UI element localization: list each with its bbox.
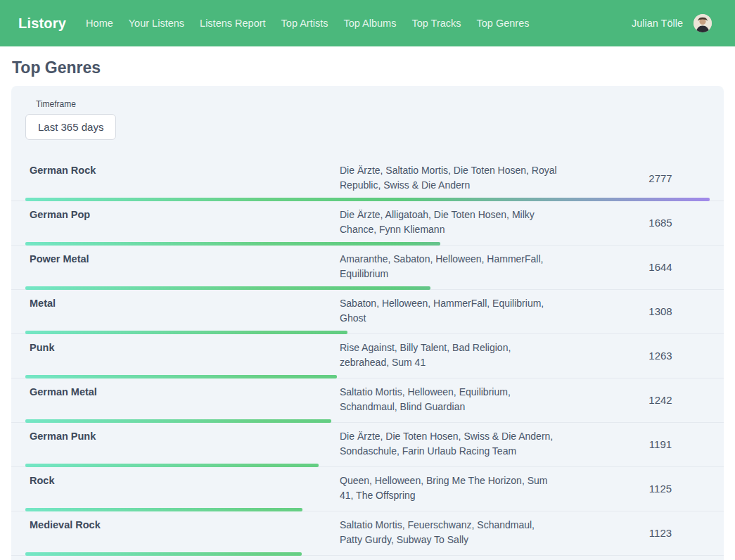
genre-row: German RockDie Ärzte, Saltatio Mortis, D… <box>11 157 724 201</box>
nav-item-top-genres[interactable]: Top Genres <box>477 18 530 29</box>
user-menu[interactable]: Julian Tölle <box>632 14 712 32</box>
genre-name: German Metal <box>25 385 340 414</box>
genre-row: PunkRise Against, Billy Talent, Bad Reli… <box>11 334 724 378</box>
genre-listen-count: 1191 <box>611 438 710 450</box>
genre-row: German PopDie Ärzte, Alligatoah, Die Tot… <box>11 201 724 246</box>
genre-top-artists: Rise Against, Billy Talent, Bad Religion… <box>340 341 558 370</box>
nav-item-home[interactable]: Home <box>86 18 113 29</box>
genre-listen-count: 1644 <box>611 261 710 273</box>
genre-listen-count: 2777 <box>611 172 710 184</box>
genre-top-artists: Saltatio Mortis, Helloween, Equilibrium,… <box>340 385 558 414</box>
genre-name: German Punk <box>25 429 340 459</box>
genre-listen-count: 1308 <box>611 305 710 317</box>
genre-name: Power Metal <box>25 252 340 281</box>
genre-list: German RockDie Ärzte, Saltatio Mortis, D… <box>11 157 724 560</box>
genre-listen-count: 1263 <box>611 350 710 362</box>
nav-item-top-artists[interactable]: Top Artists <box>281 18 328 29</box>
genre-top-artists: Amaranthe, Sabaton, Helloween, HammerFal… <box>340 252 558 281</box>
genre-name: Rock <box>25 473 340 503</box>
genre-row: Power MetalAmaranthe, Sabaton, Helloween… <box>11 246 724 290</box>
genre-name: Punk <box>25 341 340 370</box>
top-genres-card: Timeframe Last 365 days German RockDie Ä… <box>11 86 724 560</box>
genre-name: Medieval Rock <box>25 518 340 547</box>
genre-top-artists: Die Ärzte, Die Toten Hosen, Swiss & Die … <box>340 429 558 459</box>
user-name: Julian Tölle <box>632 18 683 29</box>
genre-row: Medieval RockSaltatio Mortis, Feuerschwa… <box>11 511 724 556</box>
genre-top-artists: Die Ärzte, Alligatoah, Die Toten Hosen, … <box>340 208 558 237</box>
genre-row: MetalSabaton, Helloween, HammerFall, Equ… <box>11 290 724 334</box>
nav-item-top-albums[interactable]: Top Albums <box>343 18 396 29</box>
genre-row: Melodic MetalUnleash The Archers, Hellow… <box>11 556 724 560</box>
genre-row: German MetalSaltatio Mortis, Helloween, … <box>11 378 724 423</box>
genre-top-artists: Sabaton, Helloween, HammerFall, Equilibr… <box>340 296 558 326</box>
genre-name: German Pop <box>25 208 340 237</box>
navbar: Listory Home Your Listens Listens Report… <box>0 0 735 46</box>
genre-row: RockQueen, Helloween, Bring Me The Horiz… <box>11 467 724 511</box>
genre-listen-count: 1125 <box>611 483 710 495</box>
nav-item-top-tracks[interactable]: Top Tracks <box>411 18 461 29</box>
brand-logo[interactable]: Listory <box>18 15 66 32</box>
main-content: Top Genres Timeframe Last 365 days Germa… <box>0 58 735 560</box>
user-avatar[interactable] <box>694 14 712 32</box>
genre-top-artists: Saltatio Mortis, Feuerschwanz, Schandmau… <box>340 518 558 547</box>
genre-top-artists: Die Ärzte, Saltatio Mortis, Die Toten Ho… <box>340 163 558 193</box>
genre-name: German Rock <box>25 163 340 193</box>
genre-listen-count: 1123 <box>611 527 710 539</box>
page-title: Top Genres <box>11 58 724 77</box>
nav-links: Home Your Listens Listens Report Top Art… <box>86 18 529 29</box>
genre-row: German PunkDie Ärzte, Die Toten Hosen, S… <box>11 423 724 467</box>
timeframe-label: Timeframe <box>36 99 710 109</box>
genre-listen-count: 1685 <box>611 217 710 229</box>
timeframe-filter: Timeframe Last 365 days <box>11 99 724 140</box>
genre-listen-count: 1242 <box>611 394 710 406</box>
genre-name: Metal <box>25 296 340 326</box>
nav-item-your-listens[interactable]: Your Listens <box>129 18 184 29</box>
genre-top-artists: Queen, Helloween, Bring Me The Horizon, … <box>340 473 558 503</box>
avatar-photo <box>694 14 712 32</box>
nav-item-listens-report[interactable]: Listens Report <box>200 18 266 29</box>
timeframe-select[interactable]: Last 365 days <box>25 114 116 140</box>
